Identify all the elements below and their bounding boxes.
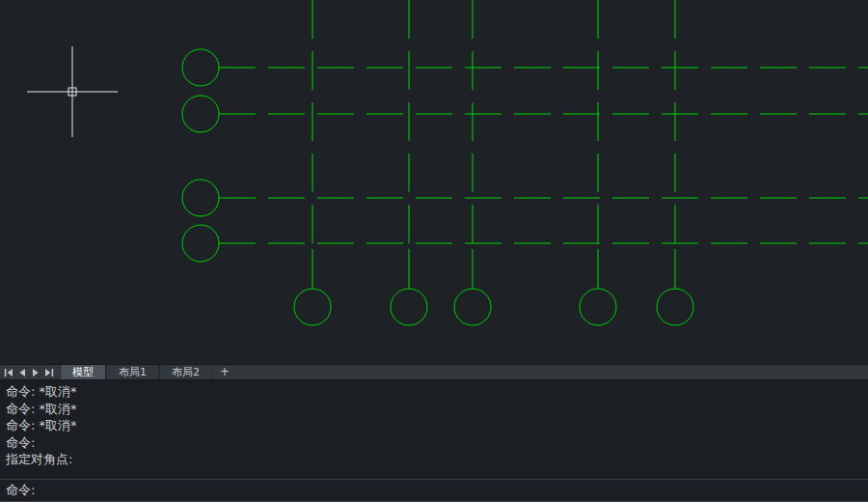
bottom-axis-circle[interactable] [454, 289, 491, 325]
left-axis-circle[interactable] [182, 49, 219, 86]
tab-nav-buttons [0, 365, 60, 379]
cad-canvas-svg [0, 0, 868, 364]
last-tab-icon [44, 368, 54, 377]
command-panel: 命令: *取消*命令: *取消*命令: *取消*命令:指定对角点: 命令: [0, 380, 868, 502]
command-history-line: 命令: *取消* [6, 401, 862, 418]
bottom-axis-circle[interactable] [391, 289, 427, 325]
previous-tab-button[interactable] [15, 365, 29, 379]
last-tab-button[interactable] [42, 365, 56, 379]
bottom-axis-circle[interactable] [294, 289, 331, 325]
left-axis-circle[interactable] [182, 96, 219, 132]
new-layout-button[interactable]: + [212, 365, 237, 379]
layout-tabbar: 模型布局1布局2 + [0, 364, 868, 380]
command-history-line: 指定对角点: [6, 451, 862, 468]
next-tab-button[interactable] [29, 365, 42, 379]
cad-window: 模型布局1布局2 + 命令: *取消*命令: *取消*命令: *取消*命令:指定… [0, 0, 868, 502]
tab-layout1[interactable]: 布局1 [106, 365, 159, 379]
command-prompt: 命令: [6, 482, 35, 499]
command-history-line: 命令: *取消* [6, 417, 862, 434]
command-history-line: 命令: [6, 434, 862, 452]
left-axis-circle[interactable] [182, 180, 219, 216]
command-history-line: 命令: *取消* [6, 383, 862, 401]
left-axis-circle[interactable] [182, 225, 219, 262]
command-history[interactable]: 命令: *取消*命令: *取消*命令: *取消*命令:指定对角点: [0, 380, 868, 479]
tab-layout2[interactable]: 布局2 [159, 365, 212, 379]
next-tab-icon [31, 368, 41, 377]
drawing-canvas[interactable] [0, 0, 868, 364]
bottom-axis-circle[interactable] [580, 289, 616, 325]
bottom-axis-circle[interactable] [657, 289, 693, 325]
first-tab-icon [4, 368, 14, 377]
layout-tabs: 模型布局1布局2 [60, 365, 212, 379]
command-input-row[interactable]: 命令: [0, 480, 868, 501]
tab-model[interactable]: 模型 [60, 365, 106, 379]
first-tab-button[interactable] [2, 365, 15, 379]
previous-tab-icon [17, 368, 27, 377]
